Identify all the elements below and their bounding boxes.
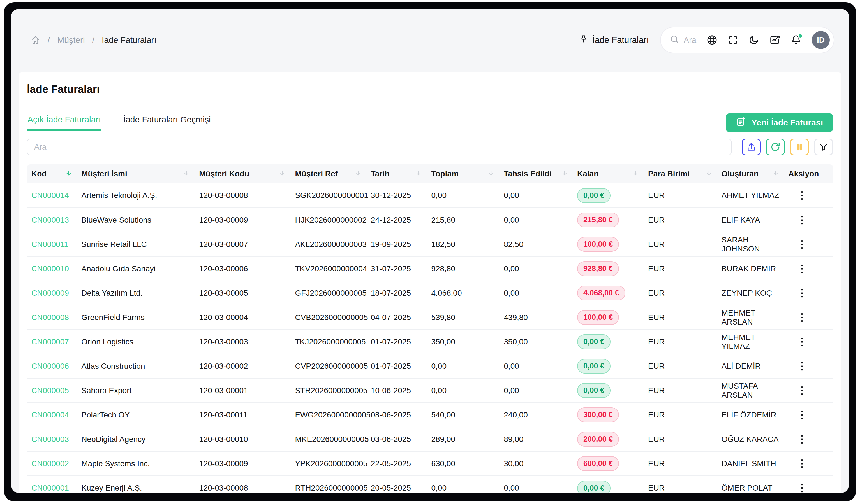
invoice-link[interactable]: CN000001 [31, 484, 69, 492]
cell-para-birimi: EUR [644, 427, 717, 451]
cell-tarih: 30-12-2025 [367, 183, 427, 208]
cell-olusturan: AHMET YILMAZ [717, 183, 784, 208]
home-icon[interactable] [30, 35, 40, 45]
column-header-para-birimi[interactable]: Para Birimi [644, 164, 717, 183]
row-actions-button[interactable] [801, 238, 803, 251]
invoice-link[interactable]: CN000010 [31, 264, 69, 273]
cell-musteri-kodu: 120-03-00002 [195, 354, 290, 378]
table-row: CN000011 Sunrise Retail LLC 120-03-00007… [27, 232, 833, 256]
invoice-link[interactable]: CN000009 [31, 289, 69, 297]
cell-para-birimi: EUR [644, 256, 717, 281]
kalan-badge: 0,00 € [577, 188, 611, 203]
row-actions-button[interactable] [801, 287, 803, 299]
kalan-badge: 0,00 € [577, 359, 611, 373]
content-card: İade Faturaları Açık İade Faturalarıİade… [18, 72, 842, 493]
cell-aksiyon [784, 451, 833, 476]
filter-button[interactable] [814, 138, 833, 155]
cell-kod: CN000003 [27, 427, 77, 451]
column-header-tahsis-edildi[interactable]: Tahsis Edildi [499, 164, 573, 183]
cell-musteri-ref: EWG2026000000005 [290, 403, 366, 427]
cell-tahsis-edildi: 82,50 [499, 232, 573, 256]
global-search[interactable]: Ara [670, 34, 696, 46]
column-header-musteri-kodu[interactable]: Müşteri Kodu [195, 164, 290, 183]
invoice-link[interactable]: CN000002 [31, 459, 69, 468]
export-button[interactable] [742, 138, 761, 155]
sort-idle-icon [278, 169, 286, 179]
column-header-kalan[interactable]: Kalan [573, 164, 644, 183]
sort-idle-icon [415, 169, 422, 179]
columns-button[interactable] [790, 138, 809, 155]
tabs-row: Açık İade Faturalarıİade Faturaları Geçm… [27, 106, 833, 132]
cell-musteri-ref: YPK2026000000005 [290, 451, 366, 476]
column-header-tarih[interactable]: Tarih [367, 164, 427, 183]
cell-toplam: 4.068,00 [427, 281, 499, 305]
cell-kod: CN000005 [27, 378, 77, 403]
invoice-link[interactable]: CN000013 [31, 216, 69, 224]
cell-musteri-ref: CVP2026000000005 [290, 354, 366, 378]
cell-tarih: 20-05-2025 [367, 476, 427, 493]
cell-musteri-ismi: PolarTech OY [77, 403, 195, 427]
tab-iade-faturalari-gecmisi[interactable]: İade Faturaları Geçmişi [123, 115, 211, 131]
invoice-link[interactable]: CN000008 [31, 313, 69, 322]
pinned-page[interactable]: İade Faturaları [579, 35, 649, 45]
table-search-input[interactable] [27, 139, 732, 155]
cell-tarih: 01-07-2025 [367, 329, 427, 354]
column-header-toplam[interactable]: Toplam [427, 164, 499, 183]
invoice-link[interactable]: CN000003 [31, 435, 69, 444]
column-label-musteri-kodu: Müşteri Kodu [199, 169, 249, 178]
fullscreen-button[interactable] [728, 35, 739, 45]
row-actions-button[interactable] [801, 409, 803, 421]
activity-button[interactable] [769, 34, 780, 46]
cell-kod: CN000002 [27, 451, 77, 476]
column-header-musteri-ref[interactable]: Müşteri Ref [290, 164, 366, 183]
refresh-button[interactable] [766, 138, 785, 155]
row-actions-button[interactable] [801, 189, 803, 202]
cell-tahsis-edildi: 0,00 [499, 183, 573, 208]
invoice-link[interactable]: CN000004 [31, 411, 69, 419]
cell-para-birimi: EUR [644, 208, 717, 232]
cell-para-birimi: EUR [644, 329, 717, 354]
cell-olusturan: MEHMET ARSLAN [717, 305, 784, 329]
row-actions-button[interactable] [801, 458, 803, 470]
row-actions-button[interactable] [801, 384, 803, 397]
row-actions-button[interactable] [801, 336, 803, 348]
row-actions-button[interactable] [801, 482, 803, 493]
column-header-aksiyon: Aksiyon [784, 164, 833, 183]
row-actions-button[interactable] [801, 311, 803, 324]
cell-musteri-ref: AKL2026000000003 [290, 232, 366, 256]
cell-kod: CN000011 [27, 232, 77, 256]
column-header-kod[interactable]: Kod [27, 164, 77, 183]
cell-tahsis-edildi: 0,00 [499, 256, 573, 281]
cell-musteri-ismi: Maple Systems Inc. [77, 451, 195, 476]
dark-mode-button[interactable] [748, 35, 759, 45]
cell-musteri-ismi: Kuzey Enerji A.Ş. [77, 476, 195, 493]
language-button[interactable] [706, 34, 718, 46]
column-header-musteri-ismi[interactable]: Müşteri İsmi [77, 164, 195, 183]
column-header-olusturan[interactable]: Oluşturan [717, 164, 784, 183]
kalan-badge: 100,00 € [577, 310, 619, 325]
new-invoice-button[interactable]: Yeni İade Faturası [726, 114, 833, 132]
search-row [27, 138, 833, 155]
invoice-link[interactable]: CN000014 [31, 191, 69, 199]
row-actions-button[interactable] [801, 263, 803, 275]
row-actions-button[interactable] [801, 214, 803, 226]
cell-musteri-ref: TKV2026000000004 [290, 256, 366, 281]
tab-acik-iade-faturalari[interactable]: Açık İade Faturaları [27, 115, 101, 131]
invoice-link[interactable]: CN000005 [31, 386, 69, 395]
row-actions-button[interactable] [801, 433, 803, 445]
cell-musteri-kodu: 120-03-00007 [195, 232, 290, 256]
table-row: CN000005 Sahara Export 120-03-00001 STR2… [27, 378, 833, 403]
invoice-link[interactable]: CN000007 [31, 337, 69, 346]
avatar[interactable]: ID [812, 31, 830, 49]
kalan-badge: 100,00 € [577, 237, 619, 252]
invoice-link[interactable]: CN000006 [31, 362, 69, 370]
invoice-link[interactable]: CN000011 [31, 240, 68, 249]
cell-tahsis-edildi: 439,80 [499, 305, 573, 329]
cell-kod: CN000008 [27, 305, 77, 329]
sort-idle-icon [772, 169, 779, 179]
cell-aksiyon [784, 403, 833, 427]
row-actions-button[interactable] [801, 360, 803, 372]
breadcrumb-item-musteri[interactable]: Müşteri [57, 35, 85, 45]
cell-kalan: 100,00 € [573, 232, 644, 256]
notifications-button[interactable] [790, 34, 802, 46]
